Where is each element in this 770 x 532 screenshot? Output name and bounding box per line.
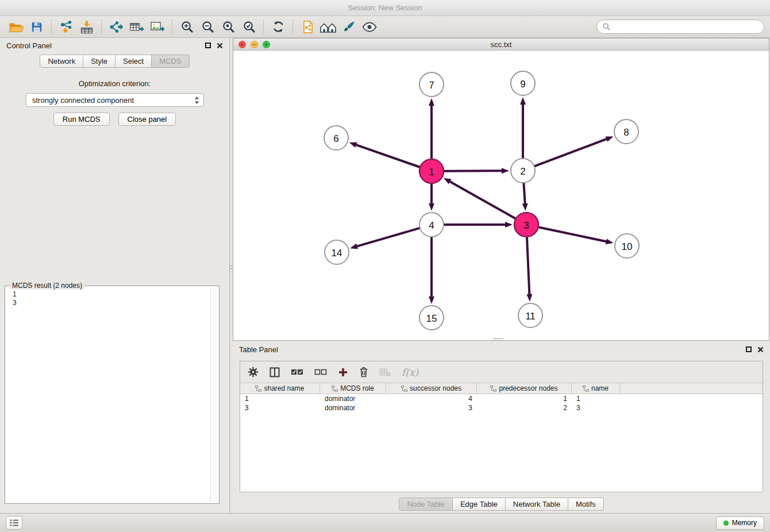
cell-predecessor-nodes[interactable]: 2 [477,403,572,413]
save-session-button[interactable] [26,18,47,36]
edge-2-3[interactable] [522,183,528,211]
minimize-window-icon[interactable] [251,41,258,48]
mcds-result-item[interactable]: 1 [13,290,209,299]
table-row[interactable]: 1dominator411 [240,394,763,403]
cell-successor-nodes[interactable]: 3 [386,403,477,413]
refresh-button[interactable] [268,18,288,36]
show-panels-button[interactable] [6,516,22,530]
graph-node-15[interactable]: 15 [419,306,444,330]
import-network-button[interactable] [56,18,76,36]
close-window-icon[interactable] [238,41,246,48]
edge-2-8[interactable] [535,136,614,166]
zoom-selected-button[interactable] [238,18,259,36]
search-input[interactable] [614,22,758,31]
table-tab-edge-table[interactable]: Edge Table [453,498,506,511]
mcds-panel: Optimization criterion: strongly connect… [0,71,229,513]
zoom-fit-button[interactable] [218,18,238,36]
table-settings-button[interactable] [248,367,259,377]
tab-style[interactable]: Style [83,55,116,68]
edge-4-3[interactable] [444,222,513,228]
network-canvas[interactable]: 7968124314101511 [233,51,769,340]
zoom-in-button[interactable] [176,18,197,36]
float-panel-icon[interactable] [205,43,211,48]
column-header-successor-nodes[interactable]: successor nodes [386,383,477,394]
edge-4-14[interactable] [350,228,419,249]
horizontal-splitter-grip[interactable] [493,338,503,341]
table-row[interactable]: 3dominator323 [240,403,763,413]
run-mcds-button[interactable]: Run MCDS [53,113,110,126]
table-tab-motifs[interactable]: Motifs [568,498,604,511]
graph-node-4[interactable]: 4 [419,213,444,237]
close-panel-icon[interactable] [217,43,223,49]
open-session-button[interactable] [6,18,26,36]
graph-node-7[interactable]: 7 [419,72,444,97]
add-row-button[interactable] [338,367,348,377]
table-tab-network-table[interactable]: Network Table [506,498,568,511]
edge-1-7[interactable] [429,98,434,159]
delete-table-button[interactable] [379,368,391,377]
cell-mcds-role[interactable]: dominator [320,394,386,403]
column-header-name[interactable]: name [572,383,620,394]
mcds-result-item[interactable]: 3 [13,299,209,307]
table-tab-node-table[interactable]: Node Table [399,498,453,511]
vertical-splitter-grip[interactable] [230,262,233,272]
graph-node-1[interactable]: 1 [419,159,444,183]
tab-select[interactable]: Select [116,55,152,68]
zoom-out-button[interactable] [197,18,218,36]
home-button[interactable] [318,18,338,36]
new-network-from-selection-button[interactable] [297,18,318,36]
close-panel-icon[interactable] [757,346,764,353]
import-table-button[interactable] [76,18,97,36]
export-image-button[interactable] [147,18,168,36]
memory-button[interactable]: Memory [716,516,764,530]
graph-node-11[interactable]: 11 [518,303,542,327]
scrollbar-track[interactable] [210,287,218,502]
graph-node-10[interactable]: 10 [615,234,639,258]
cell-mcds-role[interactable]: dominator [320,403,386,413]
tab-network[interactable]: Network [40,55,83,68]
graph-node-2[interactable]: 2 [511,159,535,183]
export-table-button[interactable] [126,18,147,36]
delete-row-button[interactable] [359,367,368,377]
apply-style-button[interactable] [338,18,359,36]
select-all-button[interactable] [291,368,303,376]
cell-successor-nodes[interactable]: 4 [386,394,477,403]
tab-mcds[interactable]: MCDS [152,55,189,68]
maximize-window-icon[interactable] [263,41,270,48]
graph-node-14[interactable]: 14 [325,240,349,264]
export-network-button[interactable] [106,18,126,36]
network-window-titlebar[interactable]: scc.txt [233,38,769,51]
column-header-predecessor-nodes[interactable]: predecessor nodes [477,383,572,394]
cell-name[interactable]: 3 [572,403,620,413]
graph-node-3[interactable]: 3 [514,213,538,237]
column-header-mcds-role[interactable]: MCDS role [320,383,386,394]
edge-4-15[interactable] [429,237,434,304]
cell-name[interactable]: 1 [572,394,620,403]
edge-2-9[interactable] [520,97,526,158]
graph-node-6[interactable]: 6 [324,126,348,150]
window-titlebar[interactable]: Session: New Session [0,0,770,16]
column-header-shared-name[interactable]: shared name [240,383,320,394]
cell-shared-name[interactable]: 1 [240,394,320,403]
close-mcds-panel-button[interactable]: Close panel [118,113,176,126]
list-icon [10,519,19,527]
function-builder-button[interactable]: f(x) [402,367,418,378]
network-graph[interactable]: 7968124314101511 [233,51,769,340]
toggle-visibility-button[interactable] [359,18,380,36]
edge-1-4[interactable] [429,184,434,211]
edge-3-1[interactable] [444,178,515,218]
edge-3-10[interactable] [539,228,614,245]
graph-node-8[interactable]: 8 [614,119,638,144]
cell-predecessor-nodes[interactable]: 1 [477,394,572,403]
cell-shared-name[interactable]: 3 [240,403,320,413]
edge-1-2[interactable] [444,168,509,174]
float-panel-icon[interactable] [746,346,752,352]
edge-1-6[interactable] [349,142,420,167]
deselect-all-button[interactable] [314,368,327,376]
show-columns-button[interactable] [270,367,280,377]
table-header-row: shared nameMCDS rolesuccessor nodesprede… [240,383,763,394]
graph-node-9[interactable]: 9 [511,71,535,95]
edge-3-11[interactable] [526,237,532,302]
criterion-dropdown[interactable]: strongly connected component [26,93,204,107]
search-box[interactable] [596,20,764,34]
